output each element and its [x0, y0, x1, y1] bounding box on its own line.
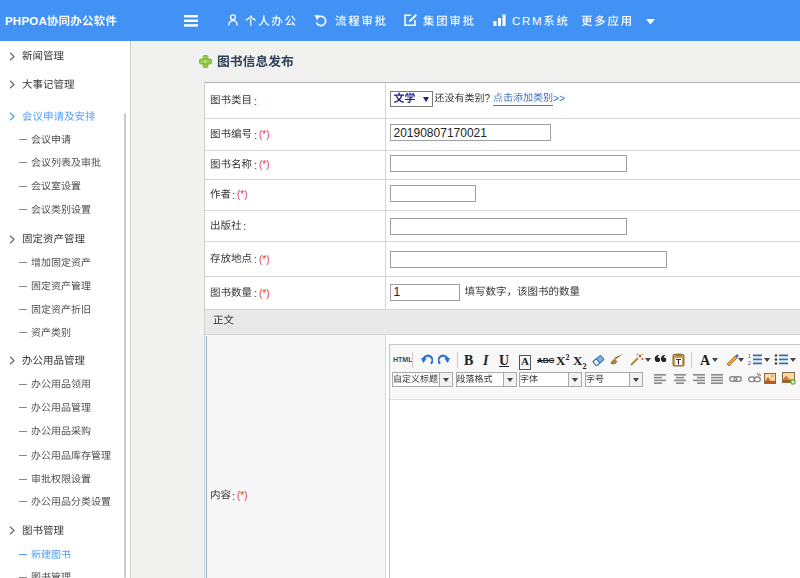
svg-text:2: 2: [748, 360, 751, 366]
svg-text:1: 1: [748, 353, 751, 359]
